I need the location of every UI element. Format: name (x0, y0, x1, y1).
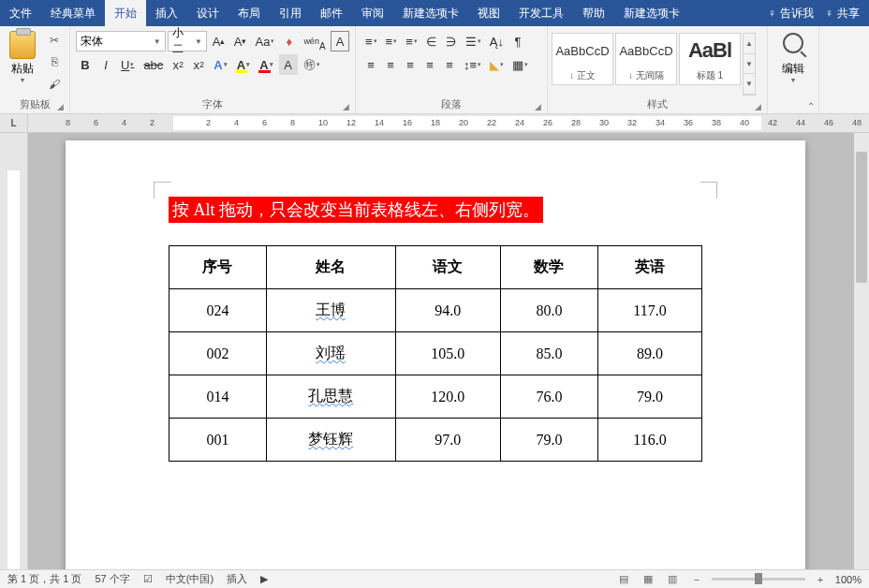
table-cell[interactable]: 89.0 (597, 332, 701, 375)
distribute-button[interactable]: ≡ (440, 54, 459, 75)
borders-button[interactable]: ▦ (508, 54, 532, 75)
tab-help[interactable]: 帮助 (573, 0, 614, 26)
zoom-slider[interactable] (712, 578, 805, 581)
table-cell[interactable]: 024 (169, 289, 267, 332)
table-cell[interactable]: 79.0 (501, 419, 598, 462)
format-painter-button[interactable]: 🖌 (45, 75, 64, 94)
find-button[interactable]: 编辑 ▼ (778, 29, 808, 98)
styles-more-button[interactable]: ▼ (744, 74, 755, 95)
language-indicator[interactable]: 中文(中国) (166, 572, 214, 586)
styles-up-button[interactable]: ▲ (744, 34, 755, 54)
table-cell[interactable]: 94.0 (395, 289, 500, 332)
collapse-ribbon-button[interactable]: ⌃ (807, 101, 815, 111)
increase-indent-button[interactable]: ∋ (442, 31, 461, 51)
enclose-char-button[interactable]: ㊕ (300, 54, 324, 75)
table-cell[interactable]: 014 (169, 375, 267, 419)
table-cell[interactable]: 116.0 (597, 419, 701, 462)
spellcheck-icon[interactable]: ☑ (143, 573, 153, 585)
styles-down-button[interactable]: ▼ (744, 54, 755, 75)
bold-button[interactable]: B (76, 54, 95, 75)
tab-developer[interactable]: 开发工具 (509, 0, 573, 26)
align-right-button[interactable]: ≡ (401, 54, 420, 75)
tab-classic[interactable]: 经典菜单 (41, 0, 105, 26)
document-area[interactable]: 按 Alt 拖动，只会改变当前表格线左、右侧列宽。 序号姓名语文数学英语 024… (28, 133, 869, 569)
subscript-button[interactable]: x2 (169, 54, 187, 75)
tab-review[interactable]: 审阅 (352, 0, 393, 26)
tab-references[interactable]: 引用 (270, 0, 311, 26)
table-cell[interactable]: 97.0 (395, 419, 500, 462)
align-center-button[interactable]: ≡ (381, 54, 400, 75)
text-effects-button[interactable]: A (210, 54, 230, 75)
zoom-level[interactable]: 100% (835, 574, 862, 585)
table-cell[interactable]: 001 (169, 419, 267, 462)
superscript-button[interactable]: x2 (189, 54, 208, 75)
style-no-spacing[interactable]: AaBbCcD ↓ 无间隔 (615, 33, 677, 85)
word-count[interactable]: 57 个字 (95, 572, 129, 586)
styles-launcher[interactable]: ◢ (755, 102, 761, 111)
tab-selector[interactable]: L (0, 114, 28, 132)
ruler-vertical[interactable] (0, 133, 28, 569)
decrease-indent-button[interactable]: ∈ (422, 31, 441, 51)
shrink-font-button[interactable]: A▾ (230, 31, 250, 51)
read-mode-button[interactable]: ▤ (614, 572, 633, 587)
tab-home[interactable]: 开始 (105, 0, 146, 26)
show-marks-button[interactable]: ¶ (508, 31, 527, 51)
style-normal[interactable]: AaBbCcD ↓ 正文 (552, 33, 613, 85)
tab-design[interactable]: 设计 (187, 0, 228, 26)
font-launcher[interactable]: ◢ (343, 102, 349, 111)
table-header[interactable]: 语文 (395, 246, 500, 289)
multilevel-button[interactable]: ≡ (402, 31, 421, 51)
asian-layout-button[interactable]: ☰ (462, 31, 485, 51)
table-cell[interactable]: 孔思慧 (266, 375, 395, 419)
table-cell[interactable]: 105.0 (395, 332, 500, 375)
table-cell[interactable]: 002 (169, 332, 267, 375)
table-cell[interactable]: 120.0 (395, 375, 500, 419)
numbering-button[interactable]: ≡ (382, 31, 402, 51)
share-button[interactable]: ♀ 共享 (825, 6, 860, 22)
highlight-button[interactable]: A (233, 54, 254, 75)
clear-format-button[interactable]: ♦ (280, 31, 299, 51)
web-layout-button[interactable]: ▥ (663, 572, 682, 587)
table-cell[interactable]: 刘瑶 (266, 332, 395, 375)
style-heading1[interactable]: AaBl 标题 1 (679, 33, 741, 85)
table-cell[interactable]: 79.0 (597, 375, 701, 419)
table-header[interactable]: 英语 (597, 246, 701, 289)
shading-button[interactable]: ◣ (486, 54, 508, 75)
zoom-in-button[interactable]: + (811, 572, 830, 587)
table-cell[interactable]: 117.0 (597, 289, 701, 332)
sort-button[interactable]: Ą↓ (486, 31, 508, 51)
table-row[interactable]: 001梦钰辉97.079.0116.0 (169, 419, 702, 462)
italic-button[interactable]: I (96, 54, 115, 75)
char-shading-button[interactable]: A (279, 54, 298, 75)
phonetic-guide-button[interactable]: wénA (301, 31, 329, 51)
table-cell[interactable]: 85.0 (501, 332, 598, 375)
scrollbar-vertical[interactable] (854, 133, 869, 569)
tell-me-search[interactable]: ♀ 告诉我 (768, 6, 814, 22)
underline-button[interactable]: U (117, 54, 138, 75)
justify-button[interactable]: ≡ (420, 54, 439, 75)
tab-view[interactable]: 视图 (468, 0, 509, 26)
highlighted-text[interactable]: 按 Alt 拖动，只会改变当前表格线左、右侧列宽。 (169, 197, 543, 223)
change-case-button[interactable]: Aa (252, 31, 278, 51)
font-size-combo[interactable]: 小二▼ (168, 31, 207, 51)
table-row[interactable]: 014孔思慧120.076.079.0 (169, 375, 702, 419)
font-color-button[interactable]: A (256, 54, 276, 75)
table-row[interactable]: 024王博94.080.0117.0 (169, 289, 702, 332)
bullets-button[interactable]: ≡ (361, 31, 381, 51)
char-border-button[interactable]: A (331, 31, 349, 51)
copy-button[interactable]: ⎘ (45, 52, 64, 71)
grow-font-button[interactable]: A▴ (209, 31, 228, 51)
line-spacing-button[interactable]: ↕≡ (460, 54, 485, 75)
table-row[interactable]: 002刘瑶105.085.089.0 (169, 332, 702, 375)
insert-mode[interactable]: 插入 (227, 572, 247, 586)
tab-insert[interactable]: 插入 (146, 0, 187, 26)
clipboard-launcher[interactable]: ◢ (57, 102, 64, 111)
zoom-thumb[interactable] (755, 573, 762, 584)
print-layout-button[interactable]: ▦ (639, 572, 657, 587)
zoom-out-button[interactable]: − (687, 572, 706, 587)
strikethrough-button[interactable]: abc (140, 54, 167, 75)
align-left-button[interactable]: ≡ (361, 54, 380, 75)
table-header[interactable]: 数学 (501, 246, 598, 289)
cut-button[interactable]: ✂ (45, 31, 64, 50)
macro-icon[interactable]: ▶ (260, 573, 268, 585)
